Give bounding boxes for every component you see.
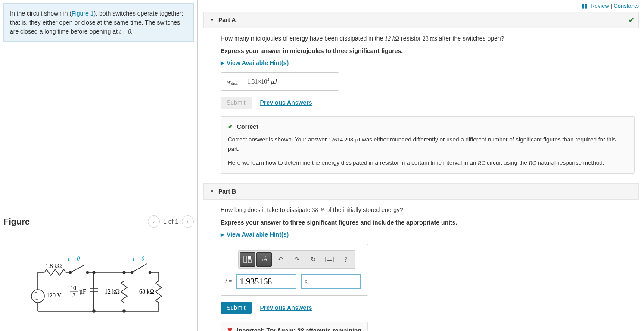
svg-text:+: +: [35, 297, 38, 303]
figure-pager: ‹ 1 of 1 ›: [148, 215, 194, 228]
svg-text:t = 0: t = 0: [133, 256, 144, 262]
feedback-text: Correct answer is shown. Your answer 126…: [228, 135, 627, 153]
units-button[interactable]: µÅ: [256, 252, 272, 267]
right-panel: ▮▮ Review | Constants ▼ Part A ✔ How man…: [198, 0, 644, 331]
svg-text:120 V: 120 V: [47, 292, 61, 299]
problem-statement: In the circuit shown in (Figure 1), both…: [3, 3, 194, 42]
help-button[interactable]: ?: [338, 252, 354, 267]
part-b-buttons: Submit Previous Answers: [221, 302, 635, 314]
equation-toolbar: µÅ ↶ ↷ ↻ ?: [238, 250, 355, 269]
svg-line-18: [132, 264, 147, 272]
part-a-answer-display: wdiss = 1.31×104 µJ: [221, 72, 339, 91]
part-b-submit-button[interactable]: Submit: [221, 302, 252, 314]
chevron-right-icon: ▶: [221, 232, 224, 237]
part-a-feedback: ✔ Correct Correct answer is shown. Your …: [221, 116, 635, 174]
chevron-right-icon: ▶: [221, 60, 224, 66]
problem-text: .: [131, 28, 133, 35]
figure-link[interactable]: Figure 1: [72, 10, 93, 17]
svg-text:3: 3: [72, 292, 75, 299]
figure-section: Figure ‹ 1 of 1 ›: [3, 203, 194, 328]
x-icon: ✖: [227, 326, 233, 331]
value-input[interactable]: [236, 274, 296, 289]
part-a-instruction: Express your answer in microjoules to th…: [221, 47, 635, 54]
circuit-diagram: − + t = 0 t = 0 1.8 kΩ 120 V 10 3 µF 12 …: [3, 244, 194, 328]
svg-rect-42: [248, 256, 251, 259]
figure-pager-label: 1 of 1: [163, 218, 178, 225]
left-panel: In the circuit shown in (Figure 1), both…: [0, 0, 198, 331]
top-links: ▮▮ Review | Constants: [203, 0, 639, 12]
part-a-previous-answers-link[interactable]: Previous Answers: [260, 99, 312, 106]
variable-label: t =: [225, 278, 232, 285]
part-b-header[interactable]: ▼ Part B: [203, 183, 639, 200]
problem-eq: t = 0: [119, 28, 131, 35]
unit-input[interactable]: [301, 274, 361, 289]
feedback-header: ✔ Correct: [228, 123, 627, 131]
part-a-header[interactable]: ▼ Part A ✔: [203, 12, 639, 28]
figure-prev-button[interactable]: ‹: [148, 215, 160, 228]
part-a-hint-toggle[interactable]: ▶ View Available Hint(s): [221, 59, 635, 66]
svg-rect-44: [325, 257, 334, 262]
reset-button[interactable]: ↻: [305, 252, 321, 267]
undo-button[interactable]: ↶: [273, 252, 288, 267]
svg-text:12 kΩ: 12 kΩ: [105, 288, 120, 295]
svg-text:µF: µF: [79, 288, 86, 295]
book-icon: ▮▮: [582, 3, 588, 9]
part-b-body: How long does it take to dissipate 38 % …: [203, 200, 639, 331]
svg-text:−: −: [34, 289, 37, 296]
part-b-previous-answers-link[interactable]: Previous Answers: [260, 304, 312, 311]
constants-link[interactable]: Constants: [613, 3, 639, 9]
svg-point-4: [69, 272, 72, 274]
part-a-title: Part A: [218, 16, 236, 23]
part-b-question: How long does it take to dissipate 38 % …: [221, 206, 635, 215]
part-a-body: How many microjoules of energy have been…: [203, 28, 639, 183]
figure-header: Figure ‹ 1 of 1 ›: [3, 215, 194, 231]
part-b-hint-toggle[interactable]: ▶ View Available Hint(s): [221, 231, 635, 238]
collapse-icon: ▼: [210, 18, 214, 22]
problem-text: In the circuit shown in (: [10, 10, 72, 17]
part-a-submit-button: Submit: [221, 97, 252, 109]
svg-rect-43: [248, 260, 251, 263]
svg-text:t = 0: t = 0: [68, 256, 80, 262]
figure-next-button[interactable]: ›: [182, 215, 194, 228]
svg-text:68 kΩ: 68 kΩ: [139, 288, 154, 295]
check-icon: ✔: [628, 16, 634, 24]
svg-line-3: [70, 265, 84, 272]
keyboard-button[interactable]: [322, 252, 337, 267]
part-b-title: Part B: [218, 188, 236, 195]
part-a-buttons: Submit Previous Answers: [221, 97, 635, 109]
svg-text:1.8 kΩ: 1.8 kΩ: [45, 263, 62, 269]
part-b-instruction: Express your answer to three significant…: [221, 219, 635, 226]
feedback-explanation: Here we learn how to determine the energ…: [228, 158, 627, 168]
part-b-incorrect-feedback: ✖ Incorrect; Try Again; 28 attempts rema…: [221, 322, 368, 331]
template-button[interactable]: [240, 252, 255, 267]
svg-text:10: 10: [70, 285, 76, 291]
check-icon: ✔: [228, 123, 233, 131]
part-b-input-row: t =: [225, 274, 361, 289]
collapse-icon: ▼: [210, 189, 214, 194]
svg-rect-41: [244, 256, 247, 263]
figure-title: Figure: [3, 217, 30, 227]
part-b-input-area: µÅ ↶ ↷ ↻ ? t =: [221, 244, 368, 296]
part-a-question: How many microjoules of energy have been…: [221, 34, 635, 43]
redo-button[interactable]: ↷: [289, 252, 305, 267]
review-link[interactable]: Review: [591, 3, 609, 9]
